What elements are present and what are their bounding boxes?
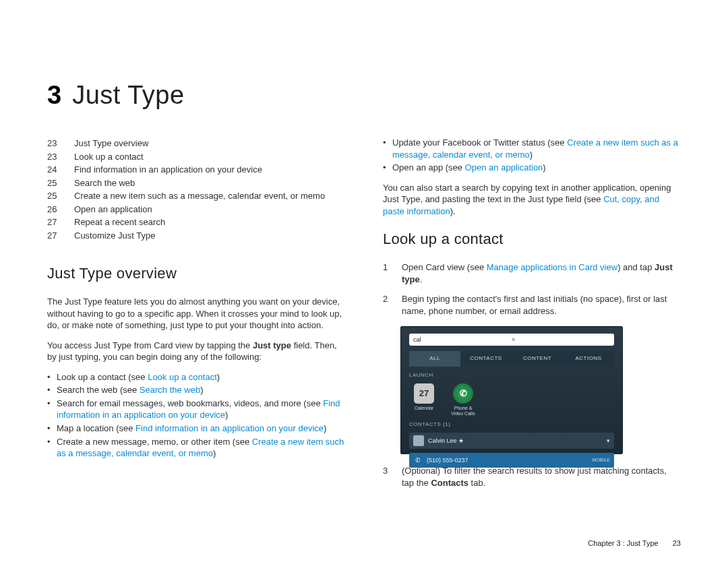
toc-row[interactable]: 26Open an application (47, 203, 345, 216)
link-find-info-2[interactable]: Find information in an application on yo… (135, 423, 324, 433)
close-icon: × (512, 336, 610, 344)
bullet-search-web: Search the web (see Search the web) (47, 384, 345, 396)
left-column: 23Just Type overview 23Look up a contact… (47, 137, 345, 498)
phone-icon: ✆ (453, 383, 473, 404)
shot-search-field: cal × (409, 334, 614, 346)
toc-row[interactable]: 27Customize Just Type (47, 229, 345, 243)
shot-tab-contacts: CONTACTS (460, 351, 512, 367)
shot-search-text: cal (413, 336, 512, 344)
step-2: 2 Begin typing the contact's first and l… (383, 293, 681, 317)
calendar-icon: 27 (414, 383, 434, 404)
step-3: 3 (Optional) To filter the search result… (383, 465, 681, 489)
shot-section-launch: LAUNCH (409, 372, 614, 379)
lookup-steps-cont: 3 (Optional) To filter the search result… (383, 465, 681, 489)
call-icon: ✆ (413, 456, 423, 465)
footer-label: Chapter 3 : Just Type (588, 539, 658, 547)
footer-page-number: 23 (673, 539, 681, 547)
shot-icon-calendar: 27 Calendar (409, 383, 439, 416)
link-manage-apps[interactable]: Manage applications in Card view (487, 262, 617, 272)
right-column: Update your Facebook or Twitter status (… (383, 137, 681, 498)
chevron-down-icon: ▾ (607, 437, 610, 445)
shot-tab-actions: ACTIONS (563, 351, 614, 367)
table-of-contents: 23Just Type overview 23Look up a contact… (47, 137, 345, 242)
shot-contact-row: Calvin Lee ★ ▾ (409, 433, 614, 449)
shot-tab-content: CONTENT (512, 351, 563, 367)
toc-row[interactable]: 25Search the web (47, 177, 345, 190)
bullet-update-status: Update your Facebook or Twitter status (… (383, 137, 681, 160)
bullet-search-email: Search for email messages, web bookmarks… (47, 398, 345, 421)
shot-section-contacts: CONTACTS (1) (409, 421, 614, 429)
toc-row[interactable]: 23Look up a contact (47, 150, 345, 164)
chapter-heading: 3 Just Type (47, 81, 681, 110)
chapter-number: 3 (47, 81, 61, 110)
overview-bullets: Look up a contact (see Look up a contact… (47, 371, 345, 460)
toc-row[interactable]: 23Just Type overview (47, 137, 345, 150)
toc-row[interactable]: 24Find information in an application on … (47, 163, 345, 177)
overview-paragraph-1: The Just Type feature lets you do almost… (47, 296, 345, 332)
bullet-open-app: Open an app (see Open an application) (383, 162, 681, 174)
section-heading-overview: Just Type overview (47, 263, 345, 284)
bullet-create-item: Create a new message, memo, or other ite… (47, 436, 345, 460)
lookup-steps: 1 Open Card view (see Manage application… (383, 261, 681, 317)
step-1: 1 Open Card view (see Manage application… (383, 261, 681, 285)
overview-paragraph-2: You access Just Type from Card view by t… (47, 340, 345, 363)
overview-bullets-cont: Update your Facebook or Twitter status (… (383, 137, 681, 174)
device-screenshot: cal × ALL CONTACTS CONTENT ACTIONS LAUNC… (400, 326, 623, 454)
link-open-app[interactable]: Open an application (465, 162, 543, 173)
section-heading-lookup: Look up a contact (383, 229, 681, 249)
bullet-lookup-contact: Look up a contact (see Look up a contact… (47, 371, 345, 383)
overview-paragraph-3: You can also start a search by copying t… (383, 182, 681, 218)
shot-icon-phone: ✆ Phone & Video Calls (448, 383, 478, 416)
link-search-web[interactable]: Search the web (140, 385, 200, 395)
toc-row[interactable]: 27Repeat a recent search (47, 216, 345, 229)
page-footer: Chapter 3 : Just Type 23 (588, 539, 681, 547)
shot-tab-all: ALL (409, 351, 460, 367)
chapter-title-text: Just Type (72, 81, 184, 110)
link-look-up-contact[interactable]: Look up a contact (148, 372, 217, 382)
toc-row[interactable]: 25Create a new item such as a message, c… (47, 189, 345, 203)
avatar-icon (413, 435, 424, 446)
bullet-map-location: Map a location (see Find information in … (47, 423, 345, 435)
shot-tabs: ALL CONTACTS CONTENT ACTIONS (409, 351, 614, 367)
